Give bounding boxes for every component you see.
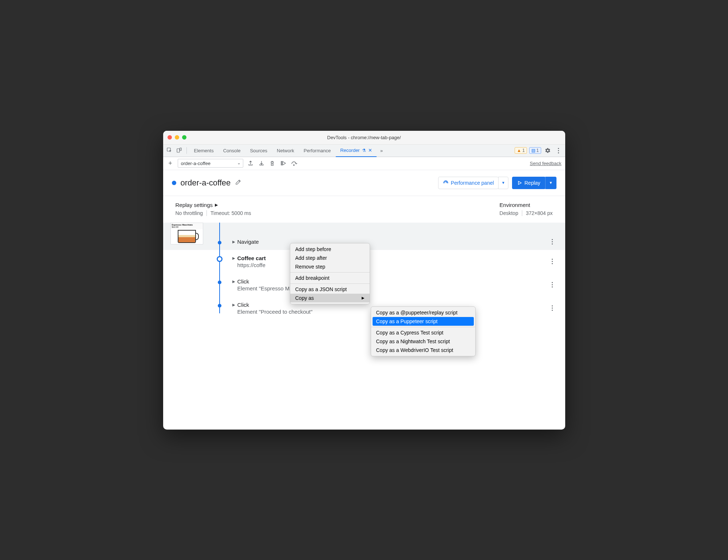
copy-as-submenu: Copy as a @puppeteer/replay script Copy … (371, 306, 476, 356)
menu-separator (290, 272, 370, 273)
replay-settings-label: Replay settings (176, 202, 213, 208)
menu-copy-cypress[interactable]: Copy as a Cypress Test script (371, 328, 475, 337)
header-actions: Performance panel ▼ Replay ▼ (438, 177, 556, 189)
menu-copy-nightwatch[interactable]: Copy as a Nightwatch Test script (371, 337, 475, 346)
messages-badge[interactable]: ▤ 1 (529, 147, 541, 154)
replay-settings: Replay settings ▶ No throttling Timeout:… (176, 202, 251, 216)
step-subtitle: https://coffe (237, 262, 547, 268)
thumb-name: Espresso Macchiato (172, 224, 202, 226)
message-icon: ▤ (531, 148, 535, 153)
delete-icon[interactable] (269, 160, 276, 167)
step-menu-button[interactable] (547, 302, 558, 315)
menu-copy-webdriverio[interactable]: Copy as a WebdriverIO Test script (371, 346, 475, 355)
inspect-element-icon[interactable] (165, 146, 174, 155)
svg-rect-2 (180, 148, 181, 150)
menu-add-step-before[interactable]: Add step before (290, 245, 370, 254)
tab-console[interactable]: Console (219, 144, 245, 157)
chevron-right-icon: ▶ (362, 296, 365, 300)
replay-settings-toggle[interactable]: Replay settings ▶ (176, 202, 251, 208)
step-title-text: Click (237, 278, 249, 285)
menu-copy-puppeteer[interactable]: Copy as a Puppeteer script (373, 317, 474, 326)
expand-icon[interactable]: ▶ (232, 279, 235, 283)
settings-icon[interactable] (543, 146, 552, 155)
send-feedback-link[interactable]: Send feedback (530, 161, 562, 166)
menu-add-step-after[interactable]: Add step after (290, 254, 370, 262)
menu-separator (371, 327, 475, 327)
devtools-tabs: Elements Console Sources Network Perform… (163, 145, 565, 157)
step-thumbnail: Espresso Macchiato $12.00 (170, 223, 203, 244)
recording-select-value: order-a-coffee (181, 161, 210, 166)
menu-separator (290, 283, 370, 284)
menu-copy-puppeteer-replay[interactable]: Copy as a @puppeteer/replay script (371, 308, 475, 317)
expand-icon[interactable]: ▶ (232, 256, 235, 260)
new-recording-button[interactable]: + (167, 160, 174, 167)
chevron-down-icon: ▼ (549, 181, 553, 185)
separator (186, 147, 187, 154)
close-tab-icon[interactable]: ✕ (368, 148, 372, 153)
kebab-menu-icon[interactable] (554, 146, 563, 155)
environment-settings: Environment Desktop 372×804 px (500, 202, 553, 216)
step-menu-button[interactable] (547, 223, 558, 245)
separator (522, 210, 522, 216)
tab-recorder[interactable]: Recorder ⚗ ✕ (336, 145, 376, 157)
tabs-right: ▲ 1 ▤ 1 (515, 146, 563, 155)
warnings-count: 1 (522, 148, 525, 153)
continue-icon[interactable] (280, 160, 287, 167)
recording-header: order-a-coffee Performance panel ▼ Repla… (163, 170, 565, 196)
recorder-toolbar: + order-a-coffee Send feedback (163, 157, 565, 170)
warning-icon: ▲ (517, 148, 521, 153)
performance-panel-button[interactable]: Performance panel (438, 177, 499, 189)
expand-icon[interactable]: ▶ (232, 240, 235, 244)
import-icon[interactable] (258, 160, 265, 167)
device-toolbar-icon[interactable] (175, 146, 184, 155)
tab-performance[interactable]: Performance (299, 144, 335, 157)
recording-select[interactable]: order-a-coffee (178, 159, 243, 168)
menu-add-breakpoint[interactable]: Add breakpoint (290, 274, 370, 282)
dimensions-value: 372×804 px (526, 210, 553, 216)
menu-copy-json[interactable]: Copy as a JSON script (290, 285, 370, 294)
menu-remove-step[interactable]: Remove step (290, 262, 370, 271)
step-title-text: Coffee cart (237, 255, 266, 261)
warnings-badge[interactable]: ▲ 1 (515, 147, 527, 154)
timeout-value: Timeout: 5000 ms (210, 210, 251, 216)
performance-panel-label: Performance panel (451, 180, 494, 186)
svg-rect-3 (281, 161, 282, 165)
chevron-right-icon: ▶ (215, 203, 218, 207)
edit-title-icon[interactable] (235, 179, 241, 187)
export-icon[interactable] (247, 160, 254, 167)
menu-copy-as-label: Copy as (295, 295, 314, 301)
separator (206, 210, 207, 216)
recording-title: order-a-coffee (181, 178, 231, 188)
step-subtitle: Element "Espresso Macchiato" (237, 285, 547, 291)
thumb-price: $12.00 (172, 226, 202, 228)
steps-timeline: Espresso Macchiato $12.00 ▶ Navigate (163, 223, 565, 430)
settings-row: Replay settings ▶ No throttling Timeout:… (163, 196, 565, 223)
recording-status-dot (172, 181, 176, 185)
replay-button[interactable]: Replay (512, 177, 546, 189)
step-context-menu: Add step before Add step after Remove st… (290, 243, 370, 304)
throttling-value: No throttling (176, 210, 203, 216)
svg-rect-1 (177, 149, 180, 152)
step-over-icon[interactable] (291, 160, 298, 167)
tab-sources[interactable]: Sources (245, 144, 272, 157)
menu-copy-as[interactable]: Copy as ▶ (290, 294, 370, 302)
experiment-icon: ⚗ (362, 148, 366, 153)
chevron-down-icon: ▼ (501, 181, 505, 185)
svg-point-4 (293, 165, 294, 165)
tab-network[interactable]: Network (272, 144, 299, 157)
titlebar: DevTools - chrome://new-tab-page/ (163, 131, 565, 145)
expand-icon[interactable]: ▶ (232, 303, 235, 307)
tab-recorder-label: Recorder (340, 148, 359, 153)
environment-label: Environment (500, 202, 553, 208)
step-menu-button[interactable] (547, 255, 558, 268)
performance-panel-dropdown[interactable]: ▼ (498, 177, 508, 189)
replay-button-label: Replay (524, 180, 540, 186)
messages-count: 1 (536, 148, 539, 153)
tab-elements[interactable]: Elements (190, 144, 218, 157)
devtools-window: DevTools - chrome://new-tab-page/ Elemen… (163, 131, 565, 430)
device-value: Desktop (500, 210, 518, 216)
window-title: DevTools - chrome://new-tab-page/ (163, 135, 565, 140)
more-tabs-icon[interactable]: » (377, 146, 386, 155)
replay-dropdown[interactable]: ▼ (545, 177, 556, 189)
step-menu-button[interactable] (547, 278, 558, 291)
